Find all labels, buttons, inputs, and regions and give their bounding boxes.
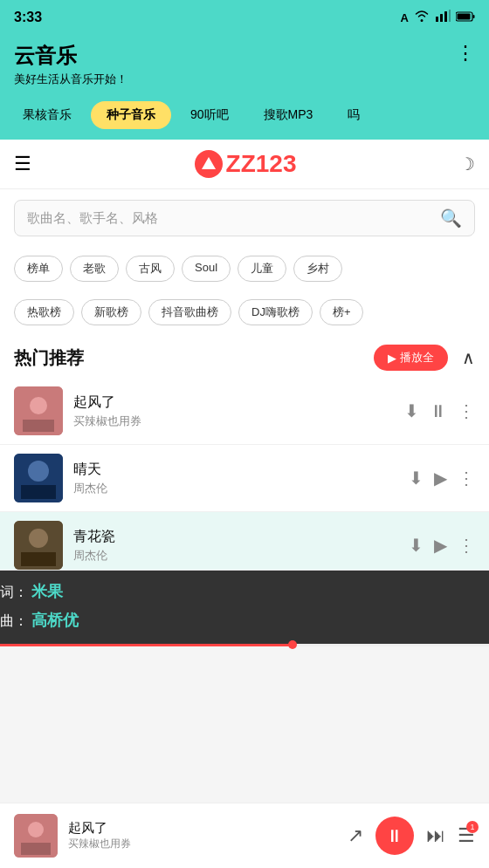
svg-point-17 <box>28 822 44 837</box>
more-icon-3[interactable]: ⋮ <box>458 535 475 556</box>
status-bar: 3:33 A <box>0 0 489 35</box>
song-artist-2: 周杰伦 <box>73 481 398 496</box>
progress-bar[interactable] <box>0 644 489 646</box>
download-icon-2[interactable]: ⬇ <box>409 468 424 489</box>
signal-icon <box>435 10 451 25</box>
tabs-bar: 果核音乐 种子音乐 90听吧 搜歌MP3 吗 <box>0 101 489 140</box>
app-title: 云音乐 <box>14 42 127 70</box>
song-actions-3: ⬇ ▶ ⋮ <box>409 535 475 556</box>
a-icon: A <box>401 11 409 24</box>
tags-row-1: 榜单 老歌 古风 Soul 儿童 乡村 <box>14 250 475 287</box>
status-time: 3:33 <box>14 10 42 25</box>
svg-rect-1 <box>440 14 443 22</box>
lyrics-block: 词： 米果 曲： 高桥优 <box>0 571 489 644</box>
web-logo: ZZ123 <box>195 150 297 178</box>
song-item-qingtian: 晴天 周杰伦 ⬇ ▶ ⋮ <box>0 445 489 512</box>
np-share-button[interactable]: ↗ <box>348 824 363 847</box>
progress-dot <box>288 640 297 649</box>
tag-more[interactable]: 榜+ <box>320 299 364 325</box>
search-icon[interactable]: 🔍 <box>440 208 462 229</box>
tab-zhongzi[interactable]: 种子音乐 <box>91 101 171 129</box>
lyric-line-2: 曲： 高桥优 <box>0 608 489 633</box>
np-artist: 买辣椒也用券 <box>68 837 337 851</box>
song-thumb-3 <box>14 521 63 570</box>
svg-rect-9 <box>23 420 54 432</box>
play-icon-2[interactable]: ▶ <box>434 468 447 489</box>
search-placeholder[interactable]: 歌曲名、歌手名、风格 <box>27 210 440 227</box>
more-icon-2[interactable]: ⋮ <box>458 468 475 489</box>
np-thumb <box>14 814 58 858</box>
more-icon-1[interactable]: ⋮ <box>458 400 475 421</box>
section-title: 热门推荐 <box>14 346 84 370</box>
song-list: 起风了 买辣椒也用券 ⬇ ⏸ ⋮ 晴天 周杰伦 <box>0 378 489 644</box>
tag-dj[interactable]: DJ嗨歌榜 <box>238 299 313 325</box>
pause-icon-1[interactable]: ⏸ <box>430 401 447 421</box>
lyric-line-1: 词： 米果 <box>0 579 489 605</box>
svg-rect-3 <box>449 10 451 22</box>
svg-rect-12 <box>21 485 56 499</box>
tab-extra[interactable]: 吗 <box>332 101 375 129</box>
song-name-2: 晴天 <box>73 461 398 479</box>
tab-90[interactable]: 90听吧 <box>175 101 244 129</box>
wifi-icon <box>414 10 430 25</box>
section-header: 热门推荐 ▶ 播放全 ∧ <box>0 334 489 378</box>
tags-container-1: 榜单 老歌 古风 Soul 儿童 乡村 <box>0 247 489 290</box>
song-actions-1: ⬇ ⏸ ⋮ <box>404 400 475 421</box>
np-next-button[interactable]: ⏭ <box>426 824 445 847</box>
song-info-3: 青花瓷 周杰伦 <box>73 528 398 564</box>
battery-icon <box>456 10 475 25</box>
song-item-qifengle: 起风了 买辣椒也用券 ⬇ ⏸ ⋮ <box>0 378 489 445</box>
download-icon-3[interactable]: ⬇ <box>409 535 424 556</box>
song-name-1: 起风了 <box>73 393 394 412</box>
song-item-qinghuaci: 青花瓷 周杰伦 ⬇ ▶ ⋮ <box>0 512 489 571</box>
np-play-icon: ⏸ <box>386 826 403 846</box>
search-container: 歌曲名、歌手名、风格 🔍 <box>0 189 489 247</box>
tab-sougeMp3[interactable]: 搜歌MP3 <box>248 101 329 129</box>
app-subtitle: 美好生活从音乐开始！ <box>14 72 127 87</box>
header-more-icon[interactable]: ⋮ <box>456 42 475 65</box>
tag-xingbang[interactable]: 新歌榜 <box>81 299 141 325</box>
svg-rect-2 <box>444 11 447 22</box>
logo-text: ZZ123 <box>226 150 297 178</box>
tag-gufeng[interactable]: 古风 <box>126 256 175 282</box>
song-actions-2: ⬇ ▶ ⋮ <box>409 468 475 489</box>
np-play-pause-button[interactable]: ⏸ <box>375 817 414 855</box>
tags-row-2: 热歌榜 新歌榜 抖音歌曲榜 DJ嗨歌榜 榜+ <box>14 294 475 331</box>
svg-rect-0 <box>436 17 438 22</box>
song-name-3: 青花瓷 <box>73 528 398 546</box>
tag-regbang[interactable]: 热歌榜 <box>14 299 74 325</box>
song-thumb-2 <box>14 454 63 502</box>
search-box[interactable]: 歌曲名、歌手名、风格 🔍 <box>14 200 475 236</box>
play-all-label: 播放全 <box>400 350 434 366</box>
svg-rect-6 <box>458 14 471 20</box>
song-thumb-1 <box>14 386 63 435</box>
app-header-text: 云音乐 美好生活从音乐开始！ <box>14 42 127 87</box>
song-info-2: 晴天 周杰伦 <box>73 461 398 496</box>
hamburger-icon[interactable]: ☰ <box>14 153 31 175</box>
moon-icon[interactable]: ☽ <box>459 154 475 174</box>
song-artist-3: 周杰伦 <box>73 548 398 564</box>
lyric-prefix-1: 词： <box>0 584 28 599</box>
lyric-prefix-2: 曲： <box>0 613 28 628</box>
download-icon-1[interactable]: ⬇ <box>404 400 419 421</box>
progress-fill <box>0 644 293 646</box>
svg-rect-18 <box>21 843 51 855</box>
tag-ertong[interactable]: 儿童 <box>238 256 286 282</box>
svg-rect-15 <box>21 552 56 566</box>
np-playlist-button[interactable]: ☰ 1 <box>458 824 475 847</box>
tag-laoge[interactable]: 老歌 <box>70 256 119 282</box>
song-artist-1: 买辣椒也用券 <box>73 413 394 429</box>
tag-soul[interactable]: Soul <box>182 256 231 282</box>
svg-point-11 <box>28 461 49 482</box>
tag-bangdan[interactable]: 榜单 <box>14 256 63 282</box>
lyric-value-2: 高桥优 <box>31 612 79 629</box>
play-all-button[interactable]: ▶ 播放全 <box>374 345 448 371</box>
svg-rect-5 <box>473 15 475 18</box>
svg-point-14 <box>29 529 48 548</box>
tag-xiangcun[interactable]: 乡村 <box>293 256 342 282</box>
tag-douyin[interactable]: 抖音歌曲榜 <box>148 299 231 325</box>
play-icon-3[interactable]: ▶ <box>434 535 447 556</box>
tab-guhe[interactable]: 果核音乐 <box>7 101 87 129</box>
collapse-button[interactable]: ∧ <box>462 347 475 368</box>
now-playing-bar: 起风了 买辣椒也用券 ↗ ⏸ ⏭ ☰ 1 <box>0 803 489 868</box>
